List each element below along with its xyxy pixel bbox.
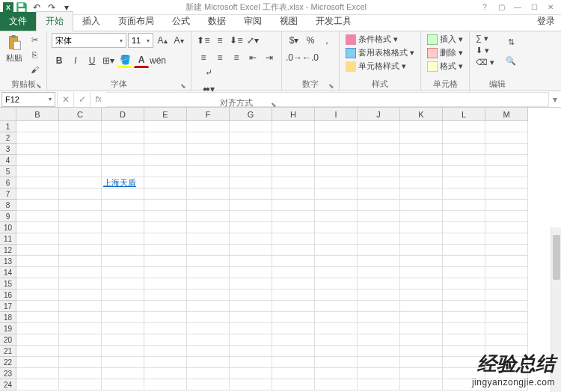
cell[interactable] bbox=[315, 357, 358, 368]
cell[interactable] bbox=[358, 368, 400, 379]
cell[interactable] bbox=[59, 222, 102, 233]
delete-cells-button[interactable]: 删除 ▾ bbox=[426, 46, 465, 59]
copy-icon[interactable]: ⎘ bbox=[27, 48, 42, 61]
cell[interactable] bbox=[102, 267, 144, 278]
cell[interactable] bbox=[16, 222, 59, 233]
cell[interactable] bbox=[272, 334, 315, 346]
cell[interactable] bbox=[272, 323, 315, 334]
cell[interactable] bbox=[144, 368, 187, 379]
cell[interactable] bbox=[315, 368, 358, 379]
row-header[interactable]: 3 bbox=[0, 144, 16, 155]
cell[interactable] bbox=[59, 312, 102, 323]
cell[interactable] bbox=[272, 290, 315, 301]
cell[interactable] bbox=[230, 144, 272, 155]
cell[interactable] bbox=[144, 211, 187, 222]
cell[interactable] bbox=[16, 357, 59, 368]
cell[interactable] bbox=[485, 189, 528, 200]
cell[interactable] bbox=[230, 256, 272, 267]
row-header[interactable]: 21 bbox=[0, 346, 16, 357]
cell[interactable] bbox=[400, 323, 443, 334]
cell[interactable] bbox=[358, 166, 400, 177]
cell[interactable] bbox=[272, 245, 315, 256]
vertical-scrollbar[interactable] bbox=[551, 227, 561, 392]
row-header[interactable]: 23 bbox=[0, 368, 16, 379]
align-right-icon[interactable]: ≡ bbox=[229, 50, 244, 65]
cell[interactable] bbox=[485, 301, 528, 312]
cell[interactable] bbox=[59, 155, 102, 166]
select-all-corner[interactable] bbox=[0, 108, 16, 121]
cell[interactable] bbox=[272, 144, 315, 155]
cell[interactable] bbox=[315, 312, 358, 323]
cell[interactable] bbox=[59, 256, 102, 267]
cell[interactable] bbox=[485, 368, 528, 379]
cell[interactable] bbox=[144, 312, 187, 323]
cell[interactable] bbox=[102, 379, 144, 391]
tab-home[interactable]: 开始 bbox=[36, 11, 73, 31]
cell[interactable] bbox=[187, 256, 230, 267]
cell[interactable] bbox=[315, 132, 358, 144]
cell[interactable] bbox=[485, 200, 528, 211]
tab-view[interactable]: 视图 bbox=[271, 12, 307, 31]
align-middle-icon[interactable]: ≡ bbox=[212, 33, 227, 48]
cell[interactable] bbox=[102, 200, 144, 211]
cell[interactable] bbox=[358, 144, 400, 155]
cell[interactable] bbox=[400, 267, 443, 278]
wrap-text-icon[interactable]: ⤶ bbox=[199, 65, 218, 80]
cell[interactable] bbox=[102, 323, 144, 334]
cell[interactable] bbox=[358, 267, 400, 278]
cell[interactable] bbox=[230, 211, 272, 222]
cell[interactable] bbox=[272, 346, 315, 357]
cell[interactable] bbox=[102, 222, 144, 233]
cell[interactable] bbox=[272, 155, 315, 166]
italic-icon[interactable]: I bbox=[68, 53, 83, 68]
align-bottom-icon[interactable]: ⬇≡ bbox=[229, 33, 244, 48]
cell[interactable] bbox=[187, 379, 230, 391]
cell[interactable] bbox=[272, 166, 315, 177]
cell[interactable] bbox=[358, 200, 400, 211]
cell[interactable] bbox=[358, 132, 400, 144]
cell[interactable] bbox=[59, 267, 102, 278]
cell[interactable] bbox=[400, 245, 443, 256]
tab-developer[interactable]: 开发工具 bbox=[307, 12, 361, 31]
column-header[interactable]: J bbox=[358, 108, 400, 121]
cell[interactable] bbox=[102, 346, 144, 357]
cell[interactable] bbox=[102, 189, 144, 200]
cell[interactable] bbox=[16, 233, 59, 245]
cell[interactable] bbox=[230, 189, 272, 200]
cell[interactable] bbox=[400, 222, 443, 233]
cell[interactable] bbox=[102, 121, 144, 132]
cell[interactable] bbox=[272, 267, 315, 278]
cell[interactable] bbox=[187, 368, 230, 379]
cell[interactable] bbox=[485, 278, 528, 290]
cell[interactable] bbox=[443, 245, 485, 256]
cell[interactable] bbox=[400, 379, 443, 391]
cell[interactable] bbox=[315, 121, 358, 132]
row-header[interactable]: 8 bbox=[0, 200, 16, 211]
row-header[interactable]: 17 bbox=[0, 301, 16, 312]
cell[interactable] bbox=[144, 346, 187, 357]
cell[interactable] bbox=[443, 189, 485, 200]
comma-format-icon[interactable]: , bbox=[319, 33, 334, 48]
cell[interactable] bbox=[400, 334, 443, 346]
cell[interactable] bbox=[16, 290, 59, 301]
cell[interactable] bbox=[315, 245, 358, 256]
cell[interactable] bbox=[485, 222, 528, 233]
cell[interactable] bbox=[102, 245, 144, 256]
decrease-decimal-icon[interactable]: ←.0 bbox=[303, 50, 318, 65]
cell[interactable] bbox=[485, 132, 528, 144]
cell[interactable] bbox=[230, 290, 272, 301]
cell[interactable] bbox=[144, 222, 187, 233]
conditional-formatting-button[interactable]: 条件格式 ▾ bbox=[344, 33, 416, 46]
cell[interactable] bbox=[230, 177, 272, 189]
cell[interactable] bbox=[315, 200, 358, 211]
fx-icon[interactable]: fx bbox=[90, 92, 106, 107]
cell[interactable] bbox=[102, 357, 144, 368]
clipboard-launcher-icon[interactable]: ⬊ bbox=[36, 82, 42, 90]
cell[interactable] bbox=[315, 278, 358, 290]
cell[interactable] bbox=[144, 245, 187, 256]
cell[interactable] bbox=[272, 379, 315, 391]
cell[interactable] bbox=[400, 346, 443, 357]
cell[interactable] bbox=[187, 189, 230, 200]
column-header[interactable]: B bbox=[16, 108, 59, 121]
cell[interactable] bbox=[102, 155, 144, 166]
